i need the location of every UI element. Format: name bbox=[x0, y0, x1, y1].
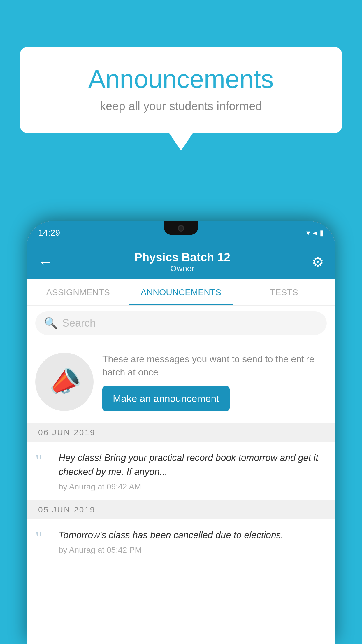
status-icons: ▾ ◂ ▮ bbox=[306, 228, 324, 237]
search-bar-container: 🔍 Search bbox=[27, 306, 335, 341]
app-bar-subtitle: Owner bbox=[53, 264, 312, 273]
back-button[interactable]: ← bbox=[38, 255, 53, 269]
speech-bubble-tail bbox=[169, 133, 193, 151]
announcement-meta-1: by Anurag at 09:42 AM bbox=[59, 482, 327, 491]
announcement-prompt-right: These are messages you want to send to t… bbox=[102, 353, 327, 411]
tabs-bar: ASSIGNMENTS ANNOUNCEMENTS TESTS bbox=[27, 279, 335, 306]
announcement-text-group-1: Hey class! Bring your practical record b… bbox=[59, 451, 327, 491]
announcement-text-1: Hey class! Bring your practical record b… bbox=[59, 451, 327, 479]
search-icon: 🔍 bbox=[44, 317, 58, 330]
quote-icon-1: " bbox=[35, 452, 53, 469]
wifi-icon: ▾ bbox=[306, 228, 310, 237]
announcement-icon-circle: 📣 bbox=[35, 353, 94, 411]
app-bar: ← Physics Batch 12 Owner ⚙ bbox=[27, 244, 335, 279]
battery-icon: ▮ bbox=[320, 228, 324, 237]
signal-icon: ◂ bbox=[313, 228, 317, 237]
notch-camera bbox=[178, 225, 184, 232]
speech-bubble-title: Announcements bbox=[43, 64, 319, 94]
app-bar-title-group: Physics Batch 12 Owner bbox=[53, 251, 312, 273]
announcement-item-2: " Tomorrow's class has been cancelled du… bbox=[27, 519, 335, 564]
phone-notch bbox=[164, 221, 198, 235]
search-bar[interactable]: 🔍 Search bbox=[35, 312, 327, 335]
tab-tests[interactable]: TESTS bbox=[233, 279, 335, 305]
app-bar-title: Physics Batch 12 bbox=[53, 251, 312, 264]
speech-bubble-container: Announcements keep all your students inf… bbox=[20, 47, 342, 151]
announcement-text-group-2: Tomorrow's class has been cancelled due … bbox=[59, 528, 327, 555]
speech-bubble: Announcements keep all your students inf… bbox=[20, 47, 342, 133]
announcement-text-2: Tomorrow's class has been cancelled due … bbox=[59, 528, 327, 542]
announcement-item-1: " Hey class! Bring your practical record… bbox=[27, 442, 335, 501]
date-separator-2: 05 JUN 2019 bbox=[27, 501, 335, 519]
announcement-meta-2: by Anurag at 05:42 PM bbox=[59, 545, 327, 555]
status-bar: 14:29 ▾ ◂ ▮ bbox=[27, 221, 335, 244]
speech-bubble-subtitle: keep all your students informed bbox=[43, 100, 319, 113]
announcement-prompt: 📣 These are messages you want to send to… bbox=[27, 341, 335, 423]
tab-assignments[interactable]: ASSIGNMENTS bbox=[27, 279, 129, 305]
date-separator-1: 06 JUN 2019 bbox=[27, 423, 335, 442]
quote-icon-2: " bbox=[35, 529, 53, 547]
phone-frame: 14:29 ▾ ◂ ▮ ← Physics Batch 12 Owner ⚙ A… bbox=[27, 221, 335, 644]
settings-icon[interactable]: ⚙ bbox=[312, 254, 324, 270]
status-time: 14:29 bbox=[38, 228, 60, 238]
search-input[interactable]: Search bbox=[62, 317, 96, 329]
announcement-prompt-text: These are messages you want to send to t… bbox=[102, 353, 327, 379]
megaphone-icon: 📣 bbox=[45, 363, 84, 401]
make-announcement-button[interactable]: Make an announcement bbox=[102, 386, 230, 411]
tab-announcements[interactable]: ANNOUNCEMENTS bbox=[129, 279, 232, 305]
